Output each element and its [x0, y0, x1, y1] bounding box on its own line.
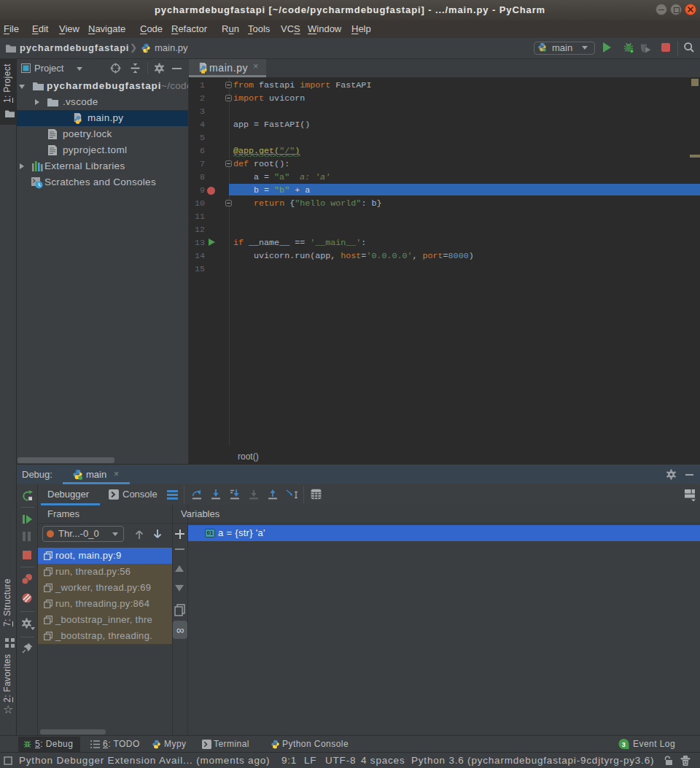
svg-text:3: 3	[622, 741, 626, 748]
